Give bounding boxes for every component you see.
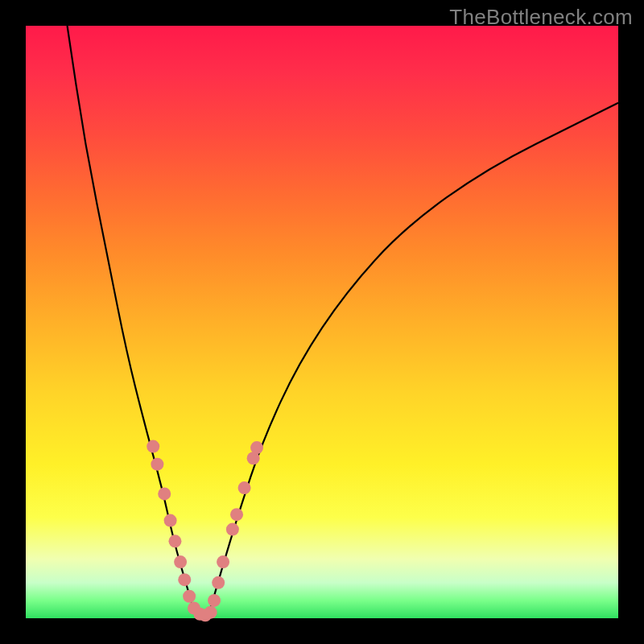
bead-left-3 — [164, 514, 177, 527]
bead-left-4 — [168, 535, 181, 547]
bead-group — [147, 440, 263, 622]
chart-svg — [26, 26, 618, 618]
bead-left-2 — [158, 487, 171, 500]
bead-left-0 — [147, 440, 159, 453]
bead-right-8 — [250, 441, 263, 454]
bead-right-5 — [230, 508, 243, 521]
bead-right-1 — [208, 594, 221, 607]
bead-left-1 — [151, 458, 163, 471]
series-left-branch — [68, 26, 195, 613]
bead-right-3 — [217, 555, 229, 568]
bead-left-7 — [183, 590, 196, 603]
watermark-text: TheBottleneck.com — [449, 5, 633, 30]
bead-right-6 — [238, 481, 251, 494]
bead-right-2 — [212, 576, 225, 589]
curve-group — [68, 26, 618, 613]
series-right-branch — [209, 103, 618, 613]
chart-frame: TheBottleneck.com — [0, 0, 644, 644]
bead-right-4 — [226, 523, 239, 536]
chart-plot-area — [26, 26, 618, 618]
bead-left-6 — [178, 573, 191, 586]
bead-left-5 — [174, 555, 187, 568]
bead-right-0 — [204, 606, 217, 619]
